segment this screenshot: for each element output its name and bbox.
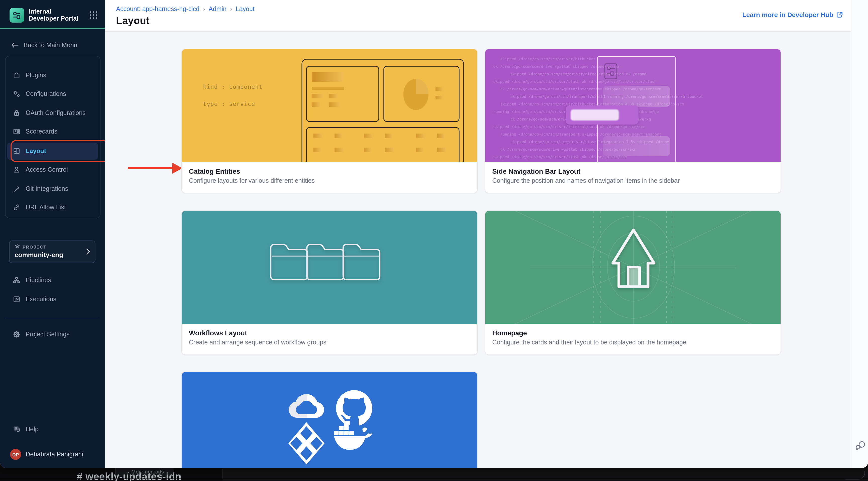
chevron-separator-icon: › <box>203 5 205 12</box>
sidebar: Internal Developer Portal Back to Main M… <box>0 0 105 468</box>
arrow-left-icon <box>11 42 19 48</box>
page-header: Account: app-harness-ng-cicd › Admin › L… <box>105 0 851 32</box>
app-grid-icon[interactable] <box>89 10 98 20</box>
sidebar-item-label: Plugins <box>26 72 46 79</box>
card-title: Workflows Layout <box>189 329 470 337</box>
app-logo-row: Internal Developer Portal <box>0 4 105 26</box>
background-window-edge <box>0 479 868 479</box>
card-title: Catalog Entities <box>189 168 470 175</box>
mini-logo-outline-icon <box>604 63 618 80</box>
card-title: Side Navigation Bar Layout <box>492 168 774 175</box>
sidebar-item-label: Access Control <box>26 166 68 173</box>
card-connectors[interactable] <box>181 372 478 468</box>
layout-cards-area: kind : component type : service <box>105 32 851 468</box>
breadcrumb-admin-link[interactable]: Admin <box>209 5 226 12</box>
card-catalog-entities[interactable]: kind : component type : service <box>181 49 478 193</box>
sidebar-item-layout[interactable]: Layout <box>7 142 98 160</box>
sidebar-item-label: Layout <box>26 148 46 155</box>
sidebar-item-plugins[interactable]: Plugins <box>0 67 105 84</box>
sidebar-item-label: Configurations <box>26 90 66 97</box>
chat-bubbles-icon[interactable] <box>855 440 865 450</box>
sidebar-item-git-integrations[interactable]: Git Integrations <box>0 180 105 197</box>
background-window-divider <box>222 469 222 479</box>
chevron-right-icon <box>86 248 90 255</box>
sidebar-item-pipelines[interactable]: Pipelines <box>0 271 105 289</box>
card-side-navigation-bar-layout[interactable]: skipped /drone/go-scm/scm/driver/bitbuck… <box>485 49 781 193</box>
background-window-pane <box>222 468 868 481</box>
docker-icon <box>334 422 372 450</box>
app-title: Internal Developer Portal <box>29 8 83 22</box>
annotation-highlight-box <box>10 140 108 162</box>
connectors-illustration <box>182 372 477 468</box>
github-icon <box>336 390 372 425</box>
sidebar-item-executions[interactable]: Executions <box>0 291 105 308</box>
sidebar-item-label: Project Settings <box>26 331 69 338</box>
sidebar-item-label: Scorecards <box>26 128 57 135</box>
sidebar-item-label: OAuth Configurations <box>26 109 86 117</box>
project-selector[interactable]: PROJECT community-eng <box>9 241 95 263</box>
card-workflows-layout[interactable]: Workflows Layout Create and arrange sequ… <box>181 211 478 355</box>
homepage-illustration <box>485 211 781 324</box>
git-branch-icon <box>12 185 21 193</box>
sidebar-item-url-allow-list[interactable]: URL Allow List <box>0 199 105 216</box>
sidebar-item-label: Help <box>26 426 38 433</box>
avatar: DP <box>10 449 21 460</box>
card-description: Configure the position and names of navi… <box>492 177 774 184</box>
card-image-connectors <box>182 372 477 468</box>
breadcrumb-account-link[interactable]: Account: app-harness-ng-cicd <box>116 5 199 12</box>
card-image-homepage <box>485 211 781 324</box>
idp-logo-icon <box>9 8 24 22</box>
channel-name: # weekly-updates-idn <box>77 471 182 481</box>
sidebar-item-help[interactable]: ? Help <box>0 421 105 438</box>
sidebar-item-scorecards[interactable]: Scorecards <box>0 123 105 140</box>
chevron-separator-icon: › <box>230 5 232 12</box>
annotation-arrow <box>127 161 183 175</box>
link-icon <box>12 203 21 212</box>
help-chat-icon: ? <box>12 425 21 433</box>
pipelines-icon <box>12 276 21 284</box>
sidebar-item-label: Git Integrations <box>26 185 68 192</box>
sidebar-item-label: URL Allow List <box>26 204 66 211</box>
card-description: Configure layouts for various different … <box>189 177 470 184</box>
sidebar-item-configurations[interactable]: Configurations <box>0 85 105 102</box>
card-image-workflows <box>182 211 477 324</box>
svg-text:?: ? <box>15 427 17 430</box>
back-label: Back to Main Menu <box>24 42 78 49</box>
sidebar-item-oauth-configurations[interactable]: OAuth Configurations <box>0 104 105 122</box>
scorecard-icon <box>12 128 21 135</box>
right-rail <box>851 0 868 468</box>
page-title: Layout <box>116 15 150 27</box>
sidebar-item-label: Pipelines <box>26 277 51 284</box>
layout-icon <box>12 147 21 155</box>
person-icon <box>12 166 21 174</box>
card-image-catalog: kind : component type : service <box>182 49 477 162</box>
gear-icon <box>12 330 21 339</box>
nav-pill <box>603 86 670 107</box>
learn-more-link[interactable]: Learn more in Developer Hub <box>742 11 843 19</box>
folders-illustration <box>182 211 477 324</box>
google-cloud-icon <box>289 394 324 418</box>
sidebar-item-label: Executions <box>26 296 56 303</box>
gears-icon <box>12 90 21 98</box>
catalog-illustration <box>182 49 477 162</box>
external-link-icon <box>836 11 843 18</box>
card-title: Homepage <box>492 329 774 337</box>
project-name: community-eng <box>14 251 90 259</box>
diamond-lattice-icon <box>288 422 324 464</box>
nav-pill <box>603 136 670 156</box>
card-description: Create and arrange sequence of workflow … <box>189 339 470 346</box>
executions-icon <box>12 295 21 303</box>
screen: ⌄ More unreads # weekly-updates-idn Inte… <box>0 0 868 481</box>
learn-more-label: Learn more in Developer Hub <box>742 11 833 19</box>
project-eyebrow: PROJECT <box>23 244 47 249</box>
sidebar-item-access-control[interactable]: Access Control <box>0 161 105 178</box>
background-window-corner <box>845 471 865 480</box>
breadcrumb-layout-link[interactable]: Layout <box>236 5 254 12</box>
layers-icon <box>14 244 20 250</box>
breadcrumb: Account: app-harness-ng-cicd › Admin › L… <box>116 5 254 12</box>
sidebar-item-project-settings[interactable]: Project Settings <box>0 326 105 343</box>
card-homepage[interactable]: Homepage Configure the cards and their l… <box>485 211 781 355</box>
back-to-main-menu[interactable]: Back to Main Menu <box>0 39 105 52</box>
app-window: Internal Developer Portal Back to Main M… <box>0 0 868 468</box>
user-menu[interactable]: DP Debabrata Panigrahi <box>0 446 105 463</box>
